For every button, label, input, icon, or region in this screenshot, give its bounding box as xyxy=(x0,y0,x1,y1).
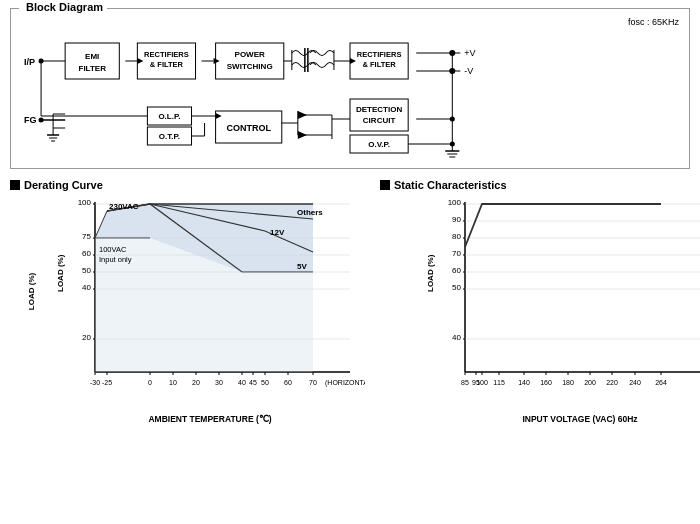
svg-marker-7 xyxy=(214,58,220,64)
static-title: Static Characteristics xyxy=(394,179,507,191)
svg-rect-70 xyxy=(216,43,284,79)
svg-text:50: 50 xyxy=(452,283,461,292)
svg-text:200: 200 xyxy=(584,379,596,386)
svg-text:CIRCUIT: CIRCUIT xyxy=(363,116,396,125)
derating-section: Derating Curve LOAD (%) 100 75 60 50 40 xyxy=(10,179,370,424)
svg-text:O.L.P.: O.L.P. xyxy=(158,112,180,121)
svg-text:100: 100 xyxy=(78,198,92,207)
svg-text:O.T.P.: O.T.P. xyxy=(159,132,180,141)
svg-text:5V: 5V xyxy=(297,262,307,271)
svg-text:LOAD (%): LOAD (%) xyxy=(426,254,435,292)
block-diagram-section: Block Diagram fosc : 65KHz I/P FG xyxy=(10,8,690,169)
svg-point-15 xyxy=(449,50,455,56)
svg-text:30: 30 xyxy=(215,379,223,386)
svg-text:40: 40 xyxy=(82,283,91,292)
derating-y-label: LOAD (%) xyxy=(27,273,36,310)
svg-marker-51 xyxy=(298,131,307,139)
derating-chart-wrapper: LOAD (%) 100 75 60 50 40 20 xyxy=(55,197,365,424)
block-diagram-title: Block Diagram xyxy=(19,1,107,13)
svg-text:70: 70 xyxy=(309,379,317,386)
svg-rect-73 xyxy=(350,43,408,79)
svg-text:40: 40 xyxy=(452,333,461,342)
static-chart-svg: 100 90 80 70 60 50 40 xyxy=(425,197,700,412)
svg-text:160: 160 xyxy=(540,379,552,386)
svg-point-23 xyxy=(450,117,455,122)
svg-rect-57 xyxy=(350,135,408,153)
svg-text:140: 140 xyxy=(518,379,530,386)
svg-text:FILTER: FILTER xyxy=(78,64,106,73)
svg-rect-45 xyxy=(216,111,282,143)
svg-text:100: 100 xyxy=(476,379,488,386)
static-chart-wrapper: 100 90 80 70 60 50 40 xyxy=(425,197,700,424)
svg-text:POWER: POWER xyxy=(235,50,265,59)
svg-text:-30: -30 xyxy=(90,379,100,386)
svg-text:& FILTER: & FILTER xyxy=(150,60,184,69)
svg-text:DETECTION: DETECTION xyxy=(356,105,403,114)
svg-text:& FILTER: & FILTER xyxy=(362,60,396,69)
svg-text:230VAC: 230VAC xyxy=(109,202,139,211)
svg-text:EMI: EMI xyxy=(85,52,99,61)
svg-text:20: 20 xyxy=(192,379,200,386)
static-section: Static Characteristics 100 90 80 70 60 5… xyxy=(380,179,700,424)
svg-text:-V: -V xyxy=(464,66,473,76)
fosc-label: fosc : 65KHz xyxy=(628,17,679,27)
svg-marker-5 xyxy=(137,58,143,64)
svg-text:+V: +V xyxy=(464,48,475,58)
svg-marker-13 xyxy=(350,58,356,64)
svg-text:50: 50 xyxy=(261,379,269,386)
page: Block Diagram fosc : 65KHz I/P FG xyxy=(0,0,700,524)
block-diagram-canvas: fosc : 65KHz I/P FG xyxy=(19,15,681,160)
svg-text:85: 85 xyxy=(461,379,469,386)
static-icon xyxy=(380,180,390,190)
svg-text:264: 264 xyxy=(655,379,667,386)
svg-rect-61 xyxy=(350,99,408,131)
svg-text:60: 60 xyxy=(284,379,292,386)
svg-marker-48 xyxy=(298,111,307,119)
svg-text:60: 60 xyxy=(452,266,461,275)
svg-text:CONTROL: CONTROL xyxy=(226,123,271,133)
svg-text:RECTIFIERS: RECTIFIERS xyxy=(357,50,402,59)
svg-text:Others: Others xyxy=(297,208,323,217)
svg-text:75: 75 xyxy=(82,232,91,241)
svg-point-18 xyxy=(449,68,455,74)
svg-text:RECTIFIERS: RECTIFIERS xyxy=(144,50,189,59)
derating-icon xyxy=(10,180,20,190)
derating-x-label: AMBIENT TEMPERATURE (℃) xyxy=(55,414,365,424)
svg-text:-25: -25 xyxy=(102,379,112,386)
svg-text:LOAD (%): LOAD (%) xyxy=(56,254,65,292)
svg-text:80: 80 xyxy=(452,232,461,241)
svg-text:100: 100 xyxy=(448,198,462,207)
derating-chart-svg: 100 75 60 50 40 20 xyxy=(55,197,365,412)
static-x-label: INPUT VOLTAGE (VAC) 60Hz xyxy=(425,414,700,424)
svg-text:90: 90 xyxy=(452,215,461,224)
svg-point-25 xyxy=(39,118,44,123)
svg-text:220: 220 xyxy=(606,379,618,386)
derating-header: Derating Curve xyxy=(10,179,370,191)
svg-point-3 xyxy=(39,59,44,64)
svg-text:10: 10 xyxy=(169,379,177,386)
svg-rect-37 xyxy=(147,107,191,125)
bottom-sections: Derating Curve LOAD (%) 100 75 60 50 40 xyxy=(10,179,690,424)
svg-text:40: 40 xyxy=(238,379,246,386)
svg-text:50: 50 xyxy=(82,266,91,275)
svg-text:12V: 12V xyxy=(270,228,285,237)
svg-text:I/P: I/P xyxy=(24,57,35,67)
svg-text:45: 45 xyxy=(249,379,257,386)
svg-text:70: 70 xyxy=(452,249,461,258)
svg-text:240: 240 xyxy=(629,379,641,386)
svg-text:SWITCHING: SWITCHING xyxy=(227,62,273,71)
block-diagram-svg: I/P FG xyxy=(19,15,681,160)
svg-marker-42 xyxy=(216,113,222,119)
svg-text:FG: FG xyxy=(24,115,37,125)
static-header: Static Characteristics xyxy=(380,179,700,191)
svg-rect-39 xyxy=(147,127,191,145)
svg-text:180: 180 xyxy=(562,379,574,386)
svg-text:0: 0 xyxy=(148,379,152,386)
svg-rect-67 xyxy=(137,43,195,79)
svg-text:O.V.P.: O.V.P. xyxy=(368,140,390,149)
svg-text:100VAC: 100VAC xyxy=(99,245,127,254)
derating-title: Derating Curve xyxy=(24,179,103,191)
svg-text:(HORIZONTAL): (HORIZONTAL) xyxy=(325,379,365,387)
svg-text:60: 60 xyxy=(82,249,91,258)
svg-text:20: 20 xyxy=(82,333,91,342)
